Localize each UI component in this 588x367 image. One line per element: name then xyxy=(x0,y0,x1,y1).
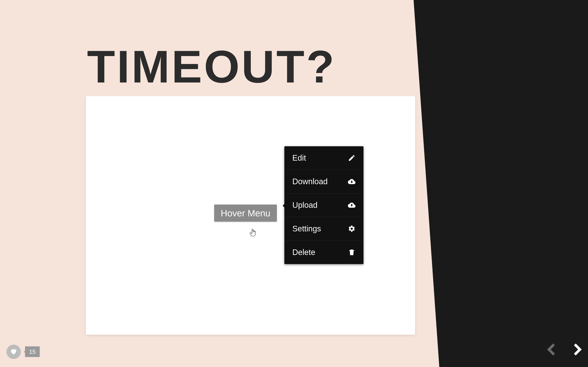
slide-stage: TIMEOUT? Hover Menu Edit Download Upload xyxy=(0,0,588,367)
menu-item-label: Settings xyxy=(293,224,321,233)
gear-icon xyxy=(348,225,356,233)
slide-nav xyxy=(545,342,584,357)
prev-slide-button[interactable] xyxy=(545,342,560,357)
chevron-left-icon xyxy=(545,342,560,358)
demo-card: Hover Menu Edit Download Upload xyxy=(86,96,415,335)
cloud-download-icon xyxy=(348,178,356,185)
cloud-upload-icon xyxy=(348,201,356,209)
popup-menu: Edit Download Upload Settings xyxy=(284,146,363,264)
pencil-icon xyxy=(348,154,356,162)
cursor-hand-icon xyxy=(249,229,257,237)
menu-item-delete[interactable]: Delete xyxy=(284,241,363,264)
menu-item-label: Delete xyxy=(293,248,315,257)
menu-item-label: Upload xyxy=(293,201,318,210)
heart-icon xyxy=(7,348,21,356)
like-button[interactable] xyxy=(7,345,21,359)
slide-title: TIMEOUT? xyxy=(87,40,336,93)
menu-item-label: Edit xyxy=(293,153,306,163)
menu-item-upload[interactable]: Upload xyxy=(284,193,363,217)
menu-item-settings[interactable]: Settings xyxy=(284,217,363,241)
menu-item-label: Download xyxy=(293,177,328,186)
next-slide-button[interactable] xyxy=(569,342,584,357)
like-count-badge: 15 xyxy=(25,346,40,357)
menu-item-download[interactable]: Download xyxy=(284,170,363,193)
trash-icon xyxy=(348,249,356,256)
hover-menu-button[interactable]: Hover Menu xyxy=(214,205,277,222)
like-widget: 15 xyxy=(7,345,40,359)
side-dark-panel xyxy=(412,0,588,367)
menu-item-edit[interactable]: Edit xyxy=(284,146,363,170)
chevron-right-icon xyxy=(569,342,584,358)
